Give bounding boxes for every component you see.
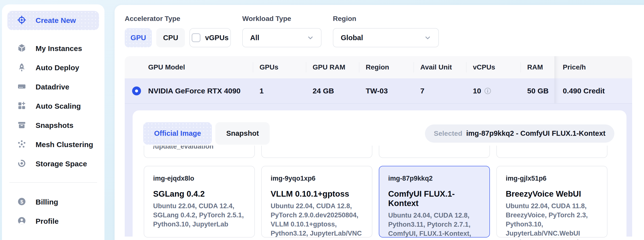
region-group: Region Global [333, 15, 439, 47]
selected-chip-value: img-87p9kkq2 - ComfyUI FLUX.1-Kontext [466, 129, 606, 137]
svg-text:$: $ [20, 199, 23, 205]
sidebar-item-label: Datadrive [36, 83, 70, 91]
sidebar-item-label: Profile [36, 217, 58, 226]
sidebar-item-label: My Instances [36, 44, 82, 53]
sidebar-item-label: Auto Deploy [36, 64, 79, 72]
gpu-filter-button[interactable]: GPU [125, 28, 152, 47]
cpu-filter-button[interactable]: CPU [156, 28, 185, 47]
archive-icon [17, 120, 26, 130]
sidebar-divider [10, 182, 97, 183]
image-card-description: Ubuntu 22.04, CUDA 11.8, BreezyVoice, Py… [506, 202, 598, 240]
rocket-icon [17, 63, 26, 73]
chevron-down-icon [307, 34, 314, 41]
harddrive-icon [17, 82, 26, 92]
sidebar-item-label: Snapshots [36, 121, 73, 130]
col-header-gpu-ram: GPU RAM [306, 56, 359, 78]
accelerator-type-group: Accelerator Type GPU CPU vGPUs [125, 15, 231, 47]
sidebar-item-create-new[interactable]: Create New [8, 11, 99, 30]
accelerator-type-label: Accelerator Type [125, 15, 231, 23]
image-card-row: img-ejqdx8lo SGLang 0.4.2 Ubuntu 22.04, … [144, 166, 614, 238]
image-card-id: img-ejqdx8lo [153, 175, 246, 182]
card-stub[interactable] [496, 146, 608, 158]
previous-card-row-clipped: /update_evaluation [144, 146, 614, 158]
cell-region: TW-03 [359, 87, 414, 95]
col-header-price: Price/h [554, 56, 632, 78]
donut-chart-icon [17, 159, 26, 169]
sidebar-item-auto-deploy[interactable]: Auto Deploy [8, 58, 99, 77]
image-card-title: VLLM 0.10.1+gptoss [271, 189, 363, 199]
col-header-region: Region [359, 56, 414, 78]
cell-ram: 50 GB [521, 87, 554, 95]
radio-column-header [125, 56, 148, 78]
chevron-down-icon [424, 34, 432, 41]
cube-icon [17, 44, 26, 53]
sidebar: Create New My Instances Auto Deploy [2, 4, 104, 240]
image-card-description: Ubuntu 22.04, CUDA 12.8, PyTorch 2.9.0.d… [271, 202, 363, 238]
tab-official-image[interactable]: Official Image [143, 122, 212, 145]
dollar-icon: $ [17, 197, 26, 207]
filters-bar: Accelerator Type GPU CPU vGPUs Workload … [125, 15, 644, 47]
gpu-table: GPU Model GPUs GPU RAM Region Avail Unit… [125, 56, 632, 237]
card-stub[interactable] [261, 146, 372, 158]
vgpus-filter-toggle[interactable]: vGPUs [190, 28, 231, 47]
selected-image-chip: Selected img-87p9kkq2 - ComfyUI FLUX.1-K… [425, 124, 614, 143]
region-label: Region [333, 15, 439, 23]
workload-type-value: All [250, 34, 259, 42]
card-stub[interactable]: /update_evaluation [144, 146, 255, 158]
col-header-vcpus: vCPUs [466, 56, 521, 78]
sidebar-item-snapshots[interactable]: Snapshots [8, 116, 99, 135]
sidebar-item-label: Create New [36, 16, 76, 25]
clipped-card-text: /update_evaluation [153, 146, 246, 151]
radio-selected-icon[interactable] [132, 87, 141, 95]
main-panel: Accelerator Type GPU CPU vGPUs Workload … [114, 5, 644, 240]
region-select[interactable]: Global [333, 28, 439, 47]
workload-type-select[interactable]: All [242, 28, 322, 47]
image-card-id: img-gjlx51p6 [506, 175, 598, 182]
sidebar-item-datadrive[interactable]: Datadrive [8, 77, 99, 97]
info-icon[interactable] [484, 87, 492, 95]
tab-snapshot[interactable]: Snapshot [215, 122, 270, 145]
scaling-icon [17, 101, 26, 111]
image-card-breezyvoice[interactable]: img-gjlx51p6 BreezyVoice WebUI Ubuntu 22… [496, 166, 608, 238]
image-card-vllm[interactable]: img-9yqo1xp6 VLLM 0.10.1+gptoss Ubuntu 2… [261, 166, 372, 238]
sidebar-item-label: Storage Space [36, 160, 87, 168]
image-card-comfyui-selected[interactable]: img-87p9kkq2 ComfyUI FLUX.1-Kontext Ubun… [379, 166, 490, 238]
image-card-id: img-87p9kkq2 [388, 175, 480, 182]
image-card-sglang[interactable]: img-ejqdx8lo SGLang 0.4.2 Ubuntu 22.04, … [144, 166, 255, 238]
card-stub[interactable] [379, 146, 490, 158]
image-tabs-bar: Official Image Snapshot Selected img-87p… [143, 122, 614, 145]
image-card-description: Ubuntu 22.04, CUDA 12.4, SGLang 0.4.2, P… [153, 202, 246, 229]
sidebar-item-mesh-clustering[interactable]: Mesh Clustering [8, 135, 99, 154]
sidebar-item-billing[interactable]: $ Billing [8, 192, 99, 212]
vgpus-label: vGPUs [205, 34, 228, 42]
sidebar-item-storage-space[interactable]: Storage Space [8, 154, 99, 173]
image-cards-scroll-area[interactable]: /update_evaluation img-ejqdx8lo SGLang 0… [143, 146, 614, 238]
region-value: Global [341, 34, 363, 42]
image-card-title: ComfyUI FLUX.1-Kontext [388, 189, 480, 208]
row-radio-cell[interactable] [125, 87, 148, 95]
mesh-icon [17, 140, 26, 150]
sidebar-item-profile[interactable]: Profile [8, 212, 99, 231]
sidebar-item-auto-scaling[interactable]: Auto Scaling [8, 97, 99, 116]
cell-gpu-ram: 24 GB [306, 87, 359, 95]
cell-price: 0.490 Credit [554, 78, 632, 103]
table-header-row: GPU Model GPUs GPU RAM Region Avail Unit… [125, 56, 632, 78]
image-selection-panel: Official Image Snapshot Selected img-87p… [132, 110, 626, 240]
image-card-title: BreezyVoice WebUI [506, 189, 598, 199]
col-header-gpus: GPUs [253, 56, 306, 78]
workload-type-label: Workload Type [242, 15, 322, 23]
sidebar-item-label: Auto Scaling [36, 102, 81, 110]
image-card-id: img-9yqo1xp6 [271, 175, 363, 182]
col-header-ram: RAM [521, 56, 554, 78]
cell-avail-unit: 7 [414, 87, 466, 95]
gpu-table-row-rtx4090[interactable]: NVIDIA GeForce RTX 4090 1 24 GB TW-03 7 … [125, 78, 632, 103]
cell-gpus: 1 [253, 87, 306, 95]
workload-type-group: Workload Type All [242, 15, 322, 47]
row-expansion-area: Official Image Snapshot Selected img-87p… [125, 103, 632, 237]
image-card-description: Ubuntu 24.04, CUDA 12.8, Python3.11, Pyt… [388, 211, 480, 240]
sidebar-item-label: Mesh Clustering [36, 140, 93, 149]
cell-vcpus: 10 [466, 87, 521, 95]
globe-icon [17, 15, 26, 25]
sidebar-item-my-instances[interactable]: My Instances [8, 39, 99, 58]
vgpus-checkbox[interactable] [192, 33, 200, 42]
